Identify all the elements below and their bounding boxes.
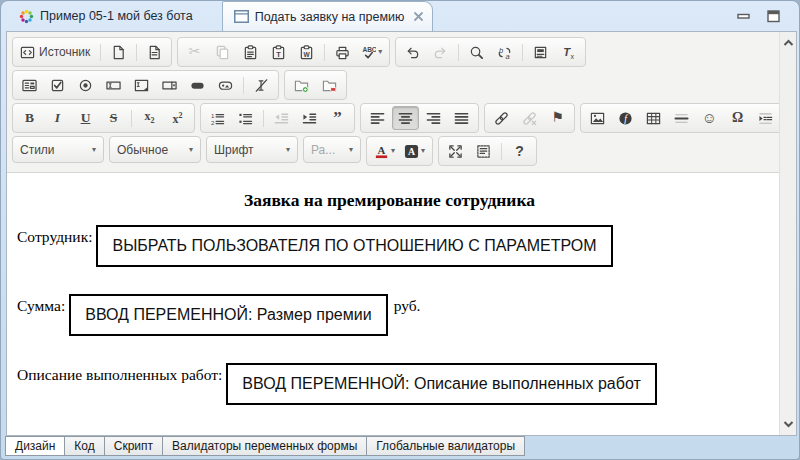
replace-button[interactable]: ba xyxy=(491,40,518,64)
toolbar-separator xyxy=(136,44,137,61)
text-color-button[interactable]: A▾ xyxy=(370,139,399,163)
paste-plain-text-button[interactable]: T xyxy=(265,40,292,64)
view-tab-3[interactable]: Скрипт xyxy=(105,436,163,456)
maximize-editor-button[interactable] xyxy=(442,139,469,163)
about-button[interactable]: ? xyxy=(506,139,533,163)
smiley-button[interactable]: ☺ xyxy=(696,106,723,130)
text-field-icon xyxy=(106,78,121,93)
select-all-button[interactable] xyxy=(527,40,554,64)
view-tab-4[interactable]: Валидаторы переменных формы xyxy=(163,436,367,456)
decrease-indent-button[interactable] xyxy=(268,106,295,130)
text-field-button[interactable] xyxy=(100,73,127,97)
table-button[interactable] xyxy=(640,106,667,130)
anchor-button[interactable]: ⚑ xyxy=(544,106,571,130)
textarea-button[interactable] xyxy=(128,73,155,97)
unlink-button[interactable] xyxy=(516,106,543,130)
align-right-icon xyxy=(426,111,441,126)
view-tab-label: Глобальные валидаторы xyxy=(376,439,515,453)
print-button[interactable] xyxy=(329,40,356,64)
editor-tab-bar: Пример 05-1 мой без ботаПодать заявку на… xyxy=(1,1,799,31)
tab-label: Подать заявку на премию xyxy=(255,10,405,24)
redo-icon xyxy=(433,45,448,60)
paste-from-word-button[interactable]: W xyxy=(293,40,320,64)
toolbar-separator xyxy=(131,110,132,127)
background-color-button[interactable]: A▾ xyxy=(400,139,429,163)
numbered-list-button[interactable]: 12 xyxy=(204,106,231,130)
templates-button[interactable] xyxy=(141,40,168,64)
templates-icon xyxy=(147,45,162,60)
image-button[interactable] xyxy=(584,106,611,130)
remove-format-button[interactable]: Tx xyxy=(555,40,582,64)
increase-indent-button[interactable] xyxy=(296,106,323,130)
styles-combo[interactable]: Стили▾ xyxy=(12,136,104,163)
subscript-button[interactable]: x2 xyxy=(136,106,163,130)
outdent-icon xyxy=(274,111,289,126)
editor-tab-2[interactable]: Подать заявку на премию xyxy=(222,1,434,31)
scroll-down-button[interactable] xyxy=(780,415,796,433)
minimize-window-button[interactable] xyxy=(735,7,753,25)
flash-button[interactable]: f xyxy=(612,106,639,130)
font-size-combo[interactable]: Ра...▾ xyxy=(303,136,361,163)
toolbar-group: baTx xyxy=(395,37,586,67)
placeholder-box[interactable]: ВВОД ПЕРЕМЕННОЙ: Описание выполненных ра… xyxy=(226,363,656,405)
toolbar-group xyxy=(360,103,479,133)
view-tab-5[interactable]: Глобальные валидаторы xyxy=(367,436,525,456)
view-tab-2[interactable]: Код xyxy=(65,436,104,456)
hidden-field-button[interactable] xyxy=(248,73,275,97)
bold-icon: B xyxy=(25,111,34,125)
form-button[interactable] xyxy=(16,73,43,97)
page-break-button[interactable] xyxy=(752,106,779,130)
editor-canvas[interactable]: Заявка на премирование сотрудника Сотруд… xyxy=(7,173,796,435)
radio-icon xyxy=(78,78,93,93)
spellcheck-button[interactable]: ABC▾ xyxy=(357,40,386,64)
align-left-button[interactable] xyxy=(364,106,391,130)
copy-icon xyxy=(215,45,230,60)
align-center-button[interactable] xyxy=(392,106,419,130)
italic-button[interactable]: I xyxy=(44,106,71,130)
paste-button[interactable] xyxy=(237,40,264,64)
new-page-button[interactable] xyxy=(105,40,132,64)
align-right-button[interactable] xyxy=(420,106,447,130)
blockquote-button[interactable]: ” xyxy=(324,106,351,130)
maximize-window-button[interactable] xyxy=(765,7,783,25)
bulleted-list-button[interactable] xyxy=(232,106,259,130)
underline-button[interactable]: U xyxy=(72,106,99,130)
placeholder-box[interactable]: ВВОД ПЕРЕМЕННОЙ: Размер премии xyxy=(69,294,387,336)
source-button[interactable]: Источник xyxy=(16,40,96,64)
horizontal-rule-button[interactable] xyxy=(668,106,695,130)
find-button[interactable] xyxy=(463,40,490,64)
link-button[interactable] xyxy=(488,106,515,130)
undo-button[interactable] xyxy=(399,40,426,64)
close-icon[interactable] xyxy=(413,11,424,22)
textarea-icon xyxy=(134,78,149,93)
button-field-button[interactable] xyxy=(184,73,211,97)
checkbox-button[interactable] xyxy=(44,73,71,97)
scroll-up-button[interactable] xyxy=(780,34,796,52)
view-tab-1[interactable]: Дизайн xyxy=(5,436,65,456)
bold-button[interactable]: B xyxy=(16,106,43,130)
superscript-button[interactable]: x2 xyxy=(164,106,191,130)
insert-element-button[interactable] xyxy=(288,73,315,97)
placeholder-box[interactable]: ВЫБРАТЬ ПОЛЬЗОВАТЕЛЯ ПО ОТНОШЕНИЮ С ПАРА… xyxy=(96,225,612,267)
cut-button[interactable]: ✂ xyxy=(181,40,208,64)
image-button-button[interactable] xyxy=(212,73,239,97)
radio-button[interactable] xyxy=(72,73,99,97)
strikethrough-button[interactable]: S xyxy=(100,106,127,130)
font-combo[interactable]: Шрифт▾ xyxy=(206,136,298,163)
remove-element-button[interactable] xyxy=(316,73,343,97)
chevron-up-icon xyxy=(783,39,794,47)
special-char-button[interactable]: Ω xyxy=(724,106,751,130)
indent-icon xyxy=(302,111,317,126)
chevron-down-icon: ▾ xyxy=(349,146,353,154)
select-field-button[interactable] xyxy=(156,73,183,97)
show-blocks-button[interactable] xyxy=(470,139,497,163)
editor-tab-1[interactable]: Пример 05-1 мой без бота xyxy=(8,1,204,31)
copy-button[interactable] xyxy=(209,40,236,64)
paragraph-format-combo[interactable]: Обычное▾ xyxy=(109,136,201,163)
field-label: Сотрудник: xyxy=(17,228,92,245)
redo-button[interactable] xyxy=(427,40,454,64)
svg-text:2: 2 xyxy=(211,118,215,125)
justify-button[interactable] xyxy=(448,106,475,130)
vertical-scrollbar[interactable] xyxy=(779,32,796,435)
form-window-icon xyxy=(234,10,249,23)
